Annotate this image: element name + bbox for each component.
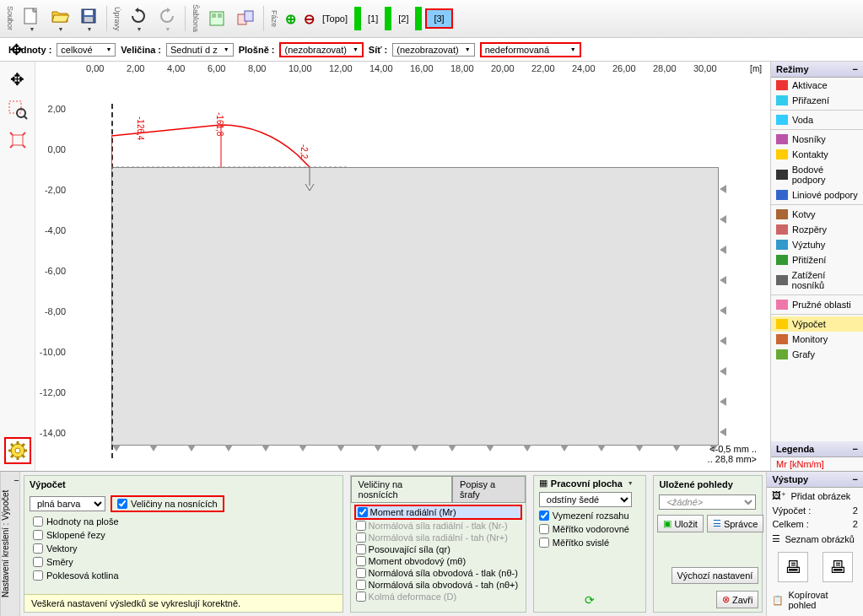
- nosniky-checkbox[interactable]: Veličiny na nosnících: [111, 495, 224, 512]
- sit-select[interactable]: (nezobrazovat): [392, 43, 474, 57]
- svg-rect-9: [9, 101, 21, 113]
- ruler-x: 0,002,004,006,008,0010,0012,0014,0016,00…: [69, 62, 770, 78]
- save-view-button[interactable]: ▣Uložit: [657, 515, 704, 532]
- add-phase-button[interactable]: ⊕: [282, 3, 299, 35]
- pan-tool[interactable]: ✥: [4, 66, 31, 93]
- phase-bar-1[interactable]: [354, 7, 361, 30]
- phase-bar-2[interactable]: [385, 7, 391, 30]
- mode-grafy[interactable]: Grafy: [771, 347, 863, 362]
- mode-voda[interactable]: Voda: [771, 112, 863, 127]
- opt-sklopené-řezy[interactable]: Sklopené řezy: [24, 528, 343, 542]
- opt-směry[interactable]: Směry: [24, 555, 343, 569]
- svg-rect-6: [218, 14, 222, 18]
- collapse-handle[interactable]: −: [13, 472, 20, 616]
- undo-button[interactable]: ▼: [125, 3, 152, 35]
- phase-3-active[interactable]: [3]: [425, 8, 452, 29]
- edit-group-label: Úpravy: [113, 7, 121, 31]
- opt-vektory[interactable]: Vektory: [24, 542, 343, 555]
- mode-icon: [776, 334, 788, 344]
- outputs-header: Výstupy−: [767, 472, 863, 488]
- close-icon: ⊗: [722, 594, 730, 605]
- bottom-area: Nastavení kreslení : Výpočet − Výpočet p…: [0, 471, 863, 616]
- veliciny-item[interactable]: Normálová síla radiální - tlak (Nr-): [354, 520, 522, 532]
- print-button-1[interactable]: 🖶: [778, 552, 808, 582]
- refresh-icon[interactable]: ⟳: [585, 593, 595, 607]
- template-button-1[interactable]: [203, 3, 230, 35]
- mode-icon: [776, 134, 788, 144]
- mode-pružné-oblasti[interactable]: Pružné oblasti: [771, 297, 863, 312]
- mode-výztuhy[interactable]: Výztuhy: [771, 237, 863, 252]
- save-file-button[interactable]: ▼: [75, 3, 102, 35]
- print-button-2[interactable]: 🖶: [823, 552, 853, 582]
- tab-popisy[interactable]: Popisy a šrafy: [452, 476, 526, 502]
- veliciny-item[interactable]: Normálová sila radiální - tah (Nr+): [354, 532, 522, 543]
- minimize-icon[interactable]: −: [853, 64, 858, 74]
- veliciny-item[interactable]: Normálová síla obvodová - tlak (nθ-): [354, 567, 522, 579]
- fill-select[interactable]: plná barva: [30, 496, 105, 511]
- phase-topo[interactable]: [Topo]: [319, 14, 351, 24]
- svg-rect-2: [84, 10, 93, 15]
- minimize-icon[interactable]: −: [853, 474, 858, 484]
- mode-výpočet[interactable]: Výpočet: [771, 316, 863, 332]
- move-icon[interactable]: ✥: [10, 41, 23, 59]
- tab-veliciny[interactable]: Veličiny na nosnících: [351, 476, 452, 502]
- canvas[interactable]: 0,002,004,006,008,0010,0012,0014,0016,00…: [35, 62, 770, 471]
- manage-views-button[interactable]: ☰Správce: [707, 515, 763, 532]
- mode-rozpěry[interactable]: Rozpěry: [771, 222, 863, 237]
- mode-kontakty[interactable]: Kontakty: [771, 147, 863, 162]
- default-button[interactable]: Výchozí nastavení: [672, 567, 759, 584]
- mode-kotvy[interactable]: Kotvy: [771, 207, 863, 222]
- mode-přitížení[interactable]: Přitížení: [771, 252, 863, 267]
- open-file-button[interactable]: ▼: [46, 3, 73, 35]
- veliciny-item[interactable]: Normálová sila obvodová - tah (nθ+): [354, 579, 522, 591]
- plosne-select[interactable]: (nezobrazovat): [279, 42, 363, 57]
- add-image-button[interactable]: 🖼⁺Přidat obrázek: [767, 488, 863, 504]
- template-button-2[interactable]: [232, 3, 259, 35]
- veliciny-item[interactable]: Kolmá deformace (D): [354, 591, 522, 602]
- plocha-panel: ▦Pracovní plocha▼ odstíny šedé Vymezení …: [533, 475, 647, 613]
- support-triangle: [112, 445, 121, 451]
- new-file-button[interactable]: ▼: [18, 3, 45, 35]
- mode-icon: [776, 240, 788, 250]
- minimize-icon[interactable]: −: [853, 444, 858, 454]
- support-triangle: [672, 445, 681, 451]
- support-triangle: [262, 445, 270, 451]
- shade-select[interactable]: odstíny šedé: [539, 492, 632, 507]
- veliciny-item[interactable]: Moment obvodový (mθ): [354, 555, 522, 567]
- arrow-down-icon: [301, 167, 318, 192]
- mode-přiřazení[interactable]: Přiřazení: [771, 93, 863, 108]
- phase-group-label: Fáze: [270, 10, 278, 27]
- phase-bar-3[interactable]: [415, 7, 422, 30]
- mode-liniové-podpory[interactable]: Liniové podpory: [771, 187, 863, 203]
- plocha-opt[interactable]: Měřítko vodorovné: [534, 522, 646, 536]
- side-support: [720, 246, 726, 254]
- velicina-select[interactable]: Sednutí d z: [166, 43, 234, 57]
- plocha-opt[interactable]: Měřítko svislé: [534, 536, 646, 549]
- support-triangle: [448, 445, 456, 451]
- phase-2[interactable]: [2]: [395, 14, 412, 24]
- image-list-button[interactable]: ☰Seznam obrázků: [767, 531, 863, 547]
- mode-zatížení-nosníků[interactable]: Zatížení nosníků: [771, 267, 863, 293]
- close-button[interactable]: ⊗Zavři: [716, 591, 758, 608]
- veliciny-item[interactable]: Posouvající síla (qr): [354, 543, 522, 555]
- copy-view-button[interactable]: 📋Kopírovat pohled: [767, 587, 863, 613]
- opt-hodnoty-na-ploše[interactable]: Hodnoty na ploše: [24, 515, 343, 528]
- grid-icon: ▦: [539, 478, 547, 489]
- hodnoty-select[interactable]: celkové: [57, 43, 116, 57]
- undo-icon: [128, 6, 148, 26]
- views-select[interactable]: <žádné>: [659, 494, 756, 510]
- settings-button[interactable]: [4, 437, 31, 464]
- deform-select[interactable]: nedeformovaná: [480, 42, 581, 57]
- mode-bodové-podpory[interactable]: Bodové podpory: [771, 162, 863, 187]
- fit-view-tool[interactable]: [4, 127, 31, 154]
- plocha-opt[interactable]: Vymezení rozsahu: [534, 509, 646, 522]
- mode-aktivace[interactable]: Aktivace: [771, 78, 863, 93]
- veliciny-item[interactable]: Moment radiální (Mr): [354, 505, 522, 520]
- mode-monitory[interactable]: Monitory: [771, 332, 863, 347]
- remove-phase-button[interactable]: ⊖: [300, 3, 317, 35]
- zoom-region-tool[interactable]: [4, 96, 31, 123]
- phase-1[interactable]: [1]: [364, 14, 381, 24]
- opt-poklesová-kotlina[interactable]: Poklesová kotlina: [24, 569, 343, 582]
- mode-nosníky[interactable]: Nosníky: [771, 132, 863, 147]
- redo-button[interactable]: ▼: [154, 3, 181, 35]
